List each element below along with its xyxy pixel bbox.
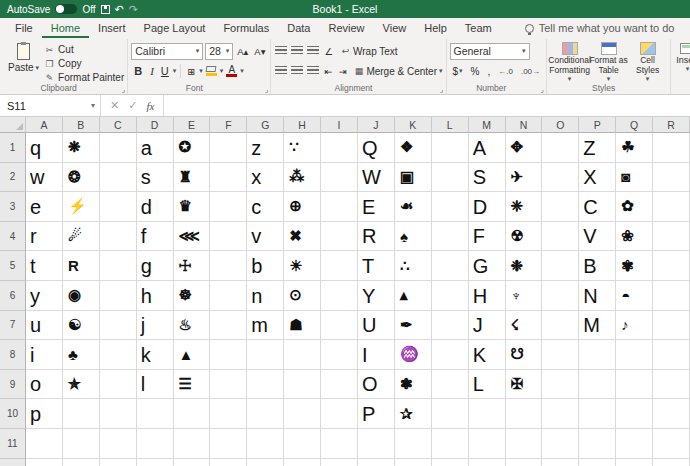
shell-swirl-icon[interactable]: ☯ bbox=[63, 311, 100, 341]
tab-page-layout[interactable]: Page Layout bbox=[135, 18, 215, 38]
save-icon[interactable] bbox=[101, 5, 110, 14]
cell-O10[interactable] bbox=[542, 399, 579, 429]
cell-N11[interactable] bbox=[506, 429, 543, 459]
shuriken-icon[interactable]: ❖ bbox=[395, 133, 432, 163]
cell-C1[interactable] bbox=[100, 133, 137, 163]
redo-button[interactable]: ↷ bbox=[129, 4, 138, 15]
cell-G9[interactable] bbox=[247, 370, 284, 400]
increase-indent-button[interactable]: ⇥ bbox=[336, 66, 348, 77]
cell-P5[interactable]: B bbox=[579, 251, 616, 281]
decrease-indent-button[interactable]: ⇤ bbox=[322, 66, 334, 77]
bold-button[interactable]: B bbox=[131, 65, 145, 77]
shrink-font-button[interactable]: A▾ bbox=[252, 46, 267, 57]
cell-I7[interactable] bbox=[321, 311, 358, 341]
tab-insert[interactable]: Insert bbox=[89, 18, 135, 38]
lighthouse-icon[interactable]: ♜ bbox=[174, 163, 211, 193]
cell-P4[interactable]: V bbox=[579, 222, 616, 252]
cell-M1[interactable]: A bbox=[469, 133, 506, 163]
cell-J4[interactable]: R bbox=[358, 222, 395, 252]
cell-D2[interactable]: s bbox=[137, 163, 174, 193]
double-orb-icon[interactable]: ∵ bbox=[284, 133, 321, 163]
cell-O3[interactable] bbox=[542, 192, 579, 222]
cell-O9[interactable] bbox=[542, 370, 579, 400]
col-header-Q[interactable]: Q bbox=[616, 117, 653, 133]
cell-Q9[interactable] bbox=[616, 370, 653, 400]
cell-O1[interactable] bbox=[542, 133, 579, 163]
cell-G7[interactable]: m bbox=[247, 311, 284, 341]
cell-C9[interactable] bbox=[100, 370, 137, 400]
cell-G6[interactable]: n bbox=[247, 281, 284, 311]
conditional-formatting-button[interactable]: Conditional Formatting▾ bbox=[550, 41, 589, 84]
cell-C5[interactable] bbox=[100, 251, 137, 281]
formula-input[interactable] bbox=[164, 95, 690, 116]
align-left-button[interactable] bbox=[275, 66, 287, 76]
cell-D9[interactable]: l bbox=[137, 370, 174, 400]
cell-R11[interactable] bbox=[653, 429, 690, 459]
sprout-icon[interactable]: ☘ bbox=[616, 133, 653, 163]
cell-P12[interactable] bbox=[579, 459, 616, 466]
cell-C8[interactable] bbox=[100, 340, 137, 370]
cell-M11[interactable] bbox=[469, 429, 506, 459]
enter-button[interactable]: ✓ bbox=[128, 99, 137, 112]
tab-team[interactable]: Team bbox=[456, 18, 501, 38]
cell-R12[interactable] bbox=[653, 459, 690, 466]
col-header-I[interactable]: I bbox=[321, 117, 358, 133]
row-header-11[interactable]: 11 bbox=[0, 429, 26, 459]
cell-O12[interactable] bbox=[542, 459, 579, 466]
cell-Q10[interactable] bbox=[616, 399, 653, 429]
cell-D1[interactable]: a bbox=[137, 133, 174, 163]
cell-P10[interactable] bbox=[579, 399, 616, 429]
tab-formulas[interactable]: Formulas bbox=[214, 18, 278, 38]
cell-L10[interactable] bbox=[432, 399, 469, 429]
triple-drop-icon[interactable]: ∴ bbox=[395, 251, 432, 281]
medal-icon[interactable]: ☩ bbox=[174, 251, 211, 281]
merge-center-button[interactable]: ▦Merge & Center▾ bbox=[353, 66, 442, 77]
col-header-L[interactable]: L bbox=[432, 117, 469, 133]
cell-P11[interactable] bbox=[579, 429, 616, 459]
borders-button[interactable]: ⊞ bbox=[185, 66, 197, 77]
insert-button[interactable]: Insert ▾ bbox=[674, 41, 690, 73]
cell-J8[interactable]: I bbox=[358, 340, 395, 370]
cell-P3[interactable]: C bbox=[579, 192, 616, 222]
cell-F5[interactable] bbox=[210, 251, 247, 281]
cell-M8[interactable]: K bbox=[469, 340, 506, 370]
cell-E11[interactable] bbox=[174, 429, 211, 459]
row-header-10[interactable]: 10 bbox=[0, 399, 26, 429]
cell-J9[interactable]: O bbox=[358, 370, 395, 400]
row-header-5[interactable]: 5 bbox=[0, 251, 26, 281]
cell-O2[interactable] bbox=[542, 163, 579, 193]
cell-A3[interactable]: e bbox=[26, 192, 63, 222]
cell-F7[interactable] bbox=[210, 311, 247, 341]
cell-L3[interactable] bbox=[432, 192, 469, 222]
cell-F4[interactable] bbox=[210, 222, 247, 252]
align-top-button[interactable] bbox=[275, 46, 287, 56]
cell-R1[interactable] bbox=[653, 133, 690, 163]
col-header-F[interactable]: F bbox=[210, 117, 247, 133]
clipboard-dialog-launcher[interactable]: ⌟ bbox=[121, 85, 125, 94]
cell-C11[interactable] bbox=[100, 429, 137, 459]
cell-J12[interactable] bbox=[358, 459, 395, 466]
tab-review[interactable]: Review bbox=[319, 18, 373, 38]
row-header-6[interactable]: 6 bbox=[0, 281, 26, 311]
cell-J11[interactable] bbox=[358, 429, 395, 459]
align-center-button[interactable] bbox=[291, 66, 303, 76]
cell-F8[interactable] bbox=[210, 340, 247, 370]
notched-ring-icon[interactable]: ◓ bbox=[616, 281, 653, 311]
cell-O11[interactable] bbox=[542, 429, 579, 459]
cut-button[interactable]: ✂Cut bbox=[44, 43, 124, 56]
cell-A4[interactable]: r bbox=[26, 222, 63, 252]
cell-N12[interactable] bbox=[506, 459, 543, 466]
eye-icon[interactable]: ◉ bbox=[63, 281, 100, 311]
cell-C6[interactable] bbox=[100, 281, 137, 311]
paste-button[interactable]: Paste▾ bbox=[3, 41, 44, 84]
cell-O8[interactable] bbox=[542, 340, 579, 370]
font-size-combo[interactable]: 28▾ bbox=[205, 43, 233, 60]
cell-P6[interactable]: N bbox=[579, 281, 616, 311]
cell-R7[interactable] bbox=[653, 311, 690, 341]
cell-C7[interactable] bbox=[100, 311, 137, 341]
cell-B10[interactable] bbox=[63, 399, 100, 429]
cell-B12[interactable] bbox=[63, 459, 100, 466]
currency-button[interactable]: $▾ bbox=[450, 66, 466, 77]
alignment-dialog-launcher[interactable]: ⌟ bbox=[440, 85, 444, 94]
lightning-bolt-icon[interactable]: ☇ bbox=[506, 311, 543, 341]
